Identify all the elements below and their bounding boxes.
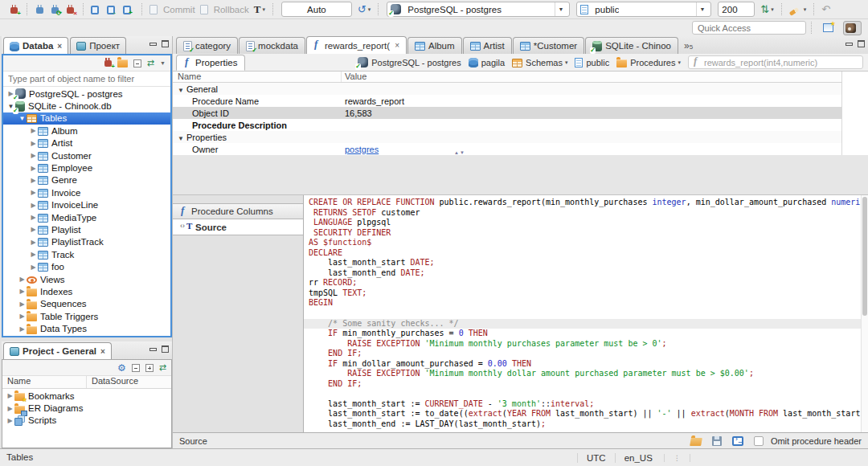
chevron-right-icon[interactable]: ▶ xyxy=(29,202,38,209)
breadcrumb-item-rewards-report-int4-numeric[interactable]: rewards_report(int4,numeric) xyxy=(688,55,863,69)
navigator-item-invoiceline[interactable]: ▶InvoiceLine xyxy=(3,199,170,211)
subtab-procedure-columns[interactable]: Procedure Columns xyxy=(173,203,303,219)
scrollbar-thumb[interactable] xyxy=(862,197,867,316)
commit-mode-select[interactable]: Auto xyxy=(281,2,352,17)
collapse-all-icon[interactable] xyxy=(132,364,140,372)
tab-project-general[interactable]: Project - General × xyxy=(3,342,112,359)
owner-link[interactable]: postgres xyxy=(345,145,379,154)
object-filter-input[interactable] xyxy=(3,72,170,87)
editor-tab-artist[interactable]: Artist xyxy=(463,37,512,54)
chevron-right-icon[interactable]: ▶ xyxy=(18,300,27,308)
breadcrumb-item-schemas[interactable]: Schemas▾ xyxy=(512,58,567,67)
commit-button[interactable]: Commit xyxy=(149,2,195,17)
chevron-right-icon[interactable]: ▶ xyxy=(29,214,38,221)
maximize-icon[interactable] xyxy=(162,40,169,47)
navigator-item-album[interactable]: ▶Album xyxy=(3,125,170,137)
column-value[interactable]: Value xyxy=(342,72,366,82)
navigator-item-genre[interactable]: ▶Genre xyxy=(3,174,170,186)
tab-properties[interactable]: Properties xyxy=(176,55,245,71)
chevron-right-icon[interactable]: ▶ xyxy=(18,288,27,295)
project-item-bookmarks[interactable]: ▶Bookmarks xyxy=(2,390,171,402)
breadcrumb-item-postgresql-postgres[interactable]: PostgreSQL - postgres xyxy=(358,57,461,67)
tab-overflow-button[interactable]: »5 xyxy=(684,40,693,51)
tab-projects[interactable]: Проект xyxy=(70,37,126,54)
navigator-item-playlisttrack[interactable]: ▶PlaylistTrack xyxy=(3,236,170,248)
transaction-history-button[interactable]: ↺▾ xyxy=(358,2,371,17)
view-menu-icon[interactable]: ▼ xyxy=(160,60,166,66)
expand-all-icon[interactable] xyxy=(145,364,154,372)
editor-tab-category[interactable]: category xyxy=(176,37,238,54)
maximize-icon[interactable] xyxy=(162,345,169,353)
navigator-item-tables[interactable]: ▼Tables xyxy=(3,112,170,125)
gear-icon[interactable]: ⚙ xyxy=(117,362,126,374)
chevron-down-icon[interactable]: ▼ xyxy=(18,115,27,122)
disconnect-button[interactable]: × xyxy=(65,2,76,17)
source-code-editor[interactable]: CREATE OR REPLACE FUNCTION public.reward… xyxy=(304,195,868,432)
editor-tab-mockdata[interactable]: mockdata xyxy=(239,37,305,54)
quick-access-input[interactable] xyxy=(692,21,806,35)
open-perspective-button[interactable] xyxy=(821,22,838,34)
chevron-right-icon[interactable]: ▶ xyxy=(29,152,38,159)
close-icon[interactable]: × xyxy=(395,41,399,50)
navigator-item-customer[interactable]: ▶Customer xyxy=(3,149,170,161)
chevron-right-icon[interactable]: ▶ xyxy=(6,417,14,424)
omit-header-checkbox[interactable] xyxy=(754,436,764,446)
editor-tab-sqlite-chinoo[interactable]: SQLite - Chinoo xyxy=(585,37,678,54)
navigator-item-sequences[interactable]: ▶Sequences xyxy=(3,298,170,310)
chevron-right-icon[interactable]: ▶ xyxy=(29,165,38,172)
chevron-right-icon[interactable]: ▶ xyxy=(18,276,27,283)
chevron-right-icon[interactable]: ▶ xyxy=(29,251,38,258)
navigator-item-table-triggers[interactable]: ▶Table Triggers xyxy=(3,310,170,322)
schema-select[interactable]: public ▼ xyxy=(576,2,711,17)
chevron-right-icon[interactable]: ▶ xyxy=(29,127,38,134)
open-file-icon[interactable] xyxy=(690,438,702,446)
maximize-icon[interactable] xyxy=(858,40,865,47)
chevron-right-icon[interactable]: ▶ xyxy=(6,405,14,412)
chevron-down-icon[interactable]: ▾ xyxy=(565,59,568,66)
chevron-right-icon[interactable]: ▶ xyxy=(29,239,38,246)
subtab-source[interactable]: Source xyxy=(173,219,303,235)
chevron-right-icon[interactable]: ▶ xyxy=(29,226,38,233)
property-row-properties[interactable]: ▼Properties xyxy=(173,131,868,143)
navigator-item-data-types[interactable]: ▶Data Types xyxy=(3,322,170,334)
navigator-item-indexes[interactable]: ▶Indexes xyxy=(3,285,170,297)
navigator-item-employee[interactable]: ▶Employee xyxy=(3,161,170,174)
splitter-arrows-icon[interactable]: ▲▼ xyxy=(454,150,465,155)
column-datasource[interactable]: DataSource xyxy=(87,376,138,388)
rollback-button[interactable]: Rollback xyxy=(200,2,249,17)
column-name[interactable]: Name xyxy=(2,376,87,388)
splitter[interactable]: ▲▼ xyxy=(173,155,868,158)
editor-tab-customer[interactable]: *Customer xyxy=(513,37,584,54)
navigator-item-playlist[interactable]: ▶Playlist xyxy=(3,223,170,235)
persist-console-icon[interactable] xyxy=(732,436,743,446)
chevron-down-icon[interactable]: ▼ xyxy=(178,87,184,94)
new-connection-button[interactable]: + xyxy=(9,2,19,17)
breadcrumb-item-procedures[interactable]: Procedures▾ xyxy=(616,57,681,67)
transaction-log-button[interactable]: T▾ xyxy=(254,2,265,17)
connect-button[interactable] xyxy=(35,2,45,17)
link-editor-icon[interactable]: ⇄ xyxy=(159,362,166,373)
project-item-er-diagrams[interactable]: ▶ER Diagrams xyxy=(2,402,171,414)
chevron-right-icon[interactable]: ▶ xyxy=(18,313,27,320)
code-scrollbar[interactable] xyxy=(861,195,868,432)
project-item-scripts[interactable]: ▶Scripts xyxy=(2,415,171,427)
property-row-owner[interactable]: Ownerpostgres xyxy=(173,143,868,155)
save-icon[interactable] xyxy=(712,436,722,446)
navigator-item-sqlite-chinook-db[interactable]: ▼SQLite - Chinook.db xyxy=(3,100,170,112)
property-row-general[interactable]: ▼General xyxy=(173,83,868,95)
sync-rows-button[interactable]: ⇅▾ xyxy=(760,2,773,17)
chevron-right-icon[interactable]: ▶ xyxy=(29,189,38,196)
recent-sql-editor-button[interactable]: → xyxy=(107,2,118,17)
minimize-icon[interactable] xyxy=(845,40,853,47)
minimize-icon[interactable] xyxy=(149,40,157,47)
navigator-item-track[interactable]: ▶Track xyxy=(3,248,170,260)
navigator-item-views[interactable]: ▶Views xyxy=(3,273,170,285)
navigator-item-mediatype[interactable]: ▶MediaType xyxy=(3,211,170,223)
chevron-right-icon[interactable]: ▶ xyxy=(29,177,38,184)
chevron-right-icon[interactable]: ▶ xyxy=(29,140,38,147)
dbeaver-perspective-button[interactable] xyxy=(843,21,862,35)
sql-editor-button[interactable] xyxy=(91,2,102,17)
undo-button[interactable]: ↶ xyxy=(821,2,830,17)
navigator-item-foo[interactable]: ▶foo xyxy=(3,260,170,272)
property-row-procedure-description[interactable]: Procedure Description xyxy=(173,119,868,131)
